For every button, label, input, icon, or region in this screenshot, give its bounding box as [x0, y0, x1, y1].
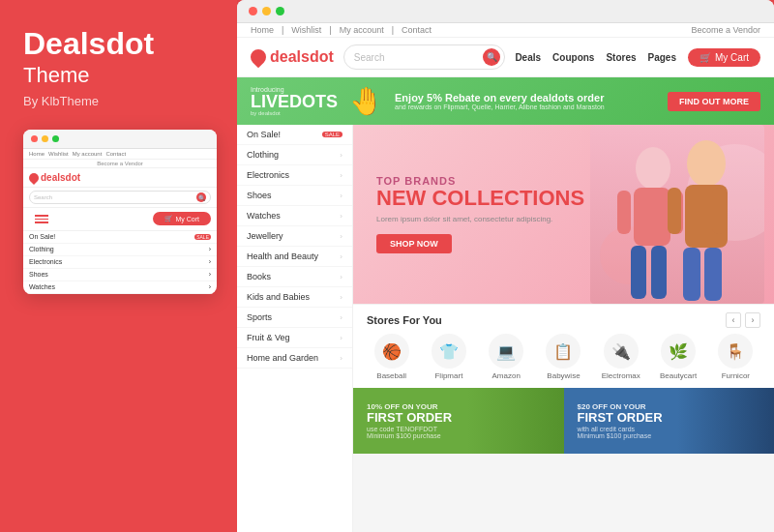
sidebar-onsale-label: On Sale!: [247, 130, 281, 139]
mini-dot-green: [52, 135, 59, 142]
banner-text-section: Enjoy 5% Rebate on every dealdots order …: [395, 92, 656, 110]
sidebar-item-books[interactable]: Books ›: [237, 267, 352, 287]
mini-search-button[interactable]: 🔍: [196, 192, 206, 202]
stores-nav-controls: ‹ ›: [726, 312, 760, 328]
mini-menu-electronics-arrow: ›: [209, 258, 211, 265]
mini-link-home: Home: [29, 151, 45, 157]
banner-brand-section: Introducing LIVEDOTS by dealsdot: [251, 86, 338, 116]
store-amazon-icon: 💻: [489, 334, 523, 369]
window-topbar: Home | Wishlist | My account | Contact B…: [237, 23, 774, 38]
svg-rect-1: [634, 188, 670, 246]
topbar-become-vendor[interactable]: Become a Vendor: [691, 25, 760, 35]
sidebar-item-health-beauty[interactable]: Health and Beauty ›: [237, 247, 352, 267]
banner-blue-discount: $20 OFF ON YOUR FIRST ORDER with all cre…: [564, 388, 775, 454]
store-baseball-name: Baseball: [376, 371, 406, 380]
svg-point-6: [687, 140, 726, 187]
mini-cart-button[interactable]: 🛒 My Cort: [153, 212, 212, 225]
sidebar-item-onsale[interactable]: On Sale! SALE: [237, 125, 352, 145]
window-topbar-links: Home | Wishlist | My account | Contact: [251, 25, 432, 35]
svg-rect-10: [668, 188, 681, 234]
banner-card-decoration: [677, 388, 774, 454]
mini-logo-text: dealsdot: [41, 172, 80, 183]
store-item-baseball[interactable]: 🏀 Baseball: [367, 334, 416, 380]
mini-become-vendor: Become a Vendor: [23, 160, 217, 168]
hero-slide: TOP BRANDS NEW COLLECTIONS Lorem ipsum d…: [353, 125, 774, 304]
topbar-link-home[interactable]: Home: [251, 25, 274, 35]
store-furnicor-name: Furnicor: [722, 371, 750, 380]
store-babywise-name: Babywise: [547, 371, 580, 380]
mini-logo-icon: [27, 171, 41, 185]
cart-label: My Cart: [715, 52, 749, 63]
store-baseball-icon: 🏀: [374, 334, 409, 369]
mini-menu-watches[interactable]: Watches ›: [23, 281, 217, 294]
nav-stores[interactable]: Stores: [606, 52, 636, 63]
sidebar-jewellery-label: Jewellery: [247, 231, 283, 241]
sidebar-shoes-arrow: ›: [340, 192, 342, 200]
store-electromax-name: Electromax: [602, 371, 640, 380]
sidebar-kids-babies-arrow: ›: [340, 293, 342, 302]
mini-menu-clothing-arrow: ›: [209, 246, 211, 252]
hero-text-content: TOP BRANDS NEW COLLECTIONS Lorem ipsum d…: [353, 156, 608, 272]
nav-coupons[interactable]: Coupons: [552, 52, 594, 63]
topbar-link-contact[interactable]: Contact: [402, 25, 432, 35]
banner-green-discount: 10% OFF ON YOUR FIRST ORDER use code TEN…: [353, 388, 564, 454]
sidebar-watches-arrow: ›: [340, 212, 342, 221]
mini-menu-shoes[interactable]: Shoes ›: [23, 269, 217, 281]
mini-menu-clothing-label: Clothing: [29, 246, 54, 252]
sidebar-sports-label: Sports: [247, 312, 272, 322]
mini-menu-clothing[interactable]: Clothing ›: [23, 244, 217, 256]
topbar-link-myaccount[interactable]: My account: [340, 25, 384, 35]
banner-cta-button[interactable]: FIND OUT MORE: [668, 92, 760, 111]
sidebar-jewellery-arrow: ›: [340, 232, 342, 241]
stores-prev-button[interactable]: ‹: [726, 312, 741, 328]
search-submit-button[interactable]: 🔍: [483, 48, 500, 66]
sidebar-item-jewellery[interactable]: Jewellery ›: [237, 226, 352, 247]
store-item-babywise[interactable]: 📋 Babywise: [539, 334, 588, 380]
sidebar-item-fruit-veg[interactable]: Fruit & Veg ›: [237, 328, 352, 348]
store-item-furnicor[interactable]: 🪑 Furnicor: [711, 334, 760, 380]
hero-kids-image: [590, 125, 764, 304]
topbar-sep-3: |: [392, 25, 394, 35]
mini-menu-shoes-label: Shoes: [29, 271, 48, 278]
sidebar-item-clothing[interactable]: Clothing ›: [237, 145, 352, 165]
mini-menu-onsale[interactable]: On Sale! SALE: [23, 231, 217, 244]
sidebar-item-kids-babies[interactable]: Kids and Babies ›: [237, 287, 352, 308]
nav-deals[interactable]: Deals: [515, 52, 541, 63]
sidebar-item-electronics[interactable]: Electronics ›: [237, 165, 352, 186]
mini-menu-onsale-label: On Sale!: [29, 233, 55, 240]
store-item-beautycart[interactable]: 🌿 Beautycart: [653, 334, 702, 380]
mini-menu-electronics[interactable]: Electronics ›: [23, 256, 217, 269]
mini-hamburger-icon[interactable]: [29, 212, 54, 226]
hero-description: Lorem ipsum dolor sit amet, consectetur …: [376, 215, 584, 223]
topbar-sep-1: |: [282, 25, 283, 35]
hero-shop-button[interactable]: SHOP NOW: [376, 234, 452, 253]
mini-browser-mockup: Home Wishlist My account Contact Become …: [23, 130, 217, 294]
window-titlebar: [237, 0, 774, 23]
stores-grid: 🏀 Baseball 👕 Flipmart 💻 Amazon 📋 Babywis…: [367, 334, 760, 380]
sidebar-item-shoes[interactable]: Shoes ›: [237, 186, 352, 206]
sidebar-item-watches[interactable]: Watches ›: [237, 206, 352, 226]
nav-pages[interactable]: Pages: [648, 52, 676, 63]
mini-nav-cart-row: 🛒 My Cort: [23, 208, 217, 231]
store-item-electromax[interactable]: 🔌 Electromax: [596, 334, 645, 380]
cart-button[interactable]: 🛒 My Cart: [688, 48, 760, 67]
window-search-bar[interactable]: Search 🔍: [343, 44, 506, 70]
left-panel: Dealsdot Theme By KlbTheme Home Wishlist…: [0, 0, 237, 532]
window-dot-yellow: [262, 7, 271, 15]
main-content: On Sale! SALE Clothing › Electronics › S…: [237, 125, 774, 532]
banner-headline: Enjoy 5% Rebate on every dealdots order: [395, 92, 656, 103]
mini-search-row: Search 🔍: [23, 188, 217, 208]
sidebar-onsale-badge: SALE: [322, 132, 342, 137]
store-item-amazon[interactable]: 💻 Amazon: [482, 334, 531, 380]
sidebar-fruit-veg-label: Fruit & Veg: [247, 333, 290, 342]
mini-menu-list: On Sale! SALE Clothing › Electronics › S…: [23, 231, 217, 294]
sidebar-clothing-arrow: ›: [340, 151, 342, 160]
store-item-flipmart[interactable]: 👕 Flipmart: [424, 334, 473, 380]
stores-next-button[interactable]: ›: [745, 312, 760, 328]
sidebar-item-home-garden[interactable]: Home and Garden ›: [237, 348, 352, 369]
topbar-link-wishlist[interactable]: Wishlist: [291, 25, 321, 35]
mini-search-bar[interactable]: Search 🔍: [29, 191, 211, 204]
sidebar-item-sports[interactable]: Sports ›: [237, 308, 352, 328]
banner-subtext: and rewards on Flipmart, Quelle, Harrier…: [395, 103, 656, 110]
search-submit-icon: 🔍: [487, 52, 497, 62]
